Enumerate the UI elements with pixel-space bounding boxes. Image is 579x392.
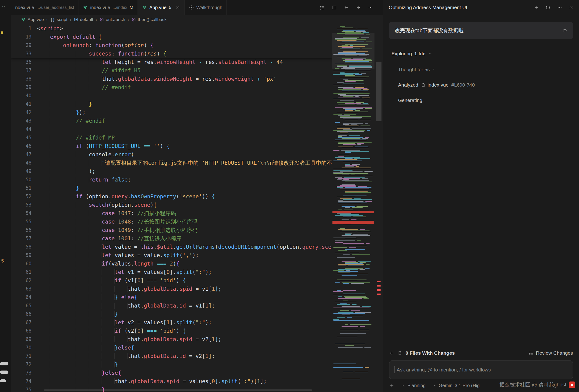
walkthrough-icon (189, 5, 194, 10)
line-content: } (32, 100, 92, 108)
code-line[interactable]: 38 that.globalData.windowHeight = res.wi… (11, 75, 332, 83)
add-context-button[interactable] (389, 383, 394, 388)
code-line[interactable]: 58 let value = this.$util.getUrlParams(d… (11, 243, 332, 251)
line-number: 58 (11, 243, 32, 251)
code-line[interactable]: 44 (11, 125, 332, 133)
horizontal-scrollbar[interactable] (44, 390, 312, 391)
code-line[interactable]: 39 // #endif (11, 83, 332, 91)
minimap[interactable] (332, 24, 374, 392)
thought-toggle[interactable]: Thought for 5s (398, 67, 579, 72)
breadcrumb-item[interactable]: default (73, 17, 93, 22)
line-content: // #endif (32, 117, 105, 125)
code-line[interactable]: 36 let height = res.windowHeight - res.s… (11, 58, 332, 66)
code-line[interactable]: 40 (11, 91, 332, 100)
code-line[interactable]: 74 that.globalData.spid = values[0].spli… (11, 377, 332, 386)
code-line[interactable]: 65 that.globalData.id = v1[1]; (11, 301, 332, 310)
code-line[interactable]: 42 }); (11, 108, 332, 117)
arrow-left-icon[interactable] (344, 5, 349, 10)
code-line[interactable]: 33 success: function(res) { (11, 50, 332, 58)
breadcrumb-item[interactable]: onLaunch (99, 17, 125, 22)
code-line[interactable]: 64 } else{ (11, 293, 332, 301)
code-line[interactable]: 55 case 1048: //长按图片识别小程序码 (11, 217, 332, 226)
code-line[interactable]: 69 that.globalData.spid = v2[1]; (11, 335, 332, 343)
tab-bar: ndex.vue.../user_address_listindex.vue..… (11, 0, 383, 15)
review-changes-button[interactable]: Review Changes (528, 350, 573, 356)
line-number: 38 (11, 75, 32, 83)
breadcrumb-item[interactable]: then() callback (132, 17, 167, 22)
overview-ruler-error-mark (377, 281, 380, 282)
code-line[interactable]: 67 let v2 = values[1].split(":"); (11, 318, 332, 327)
files-with-changes[interactable]: 0 Files With Changes (389, 350, 455, 356)
code-line[interactable]: 68 if (v2[0] === 'pid') { (11, 327, 332, 335)
mode-selector[interactable]: Planning (401, 383, 426, 388)
code-line[interactable]: 37 // #ifdef H5 (11, 66, 332, 75)
tab-app-vue[interactable]: App.vue5 (138, 0, 185, 15)
code-line[interactable]: 73 }else{ (11, 369, 332, 377)
sticky-lines[interactable]: 1<script>19 export default {29 onLaunch:… (11, 24, 332, 58)
more-icon[interactable] (368, 5, 373, 10)
code-line[interactable]: 19 export default { (11, 33, 332, 41)
model-selector[interactable]: Gemini 3.1 Pro (Hig (433, 383, 480, 388)
line-number: 37 (11, 66, 32, 75)
close-icon[interactable] (569, 5, 574, 10)
tab-list: ndex.vue.../user_address_listindex.vue..… (11, 0, 227, 15)
chevron-up-icon (433, 384, 437, 388)
analyzed-file-link[interactable]: index.vue (421, 82, 448, 88)
tab-index-vue[interactable]: index.vue.../indexM (78, 0, 138, 15)
user-message-text: 改完现在tab下面都没有数据啦 (395, 27, 464, 34)
code-line[interactable]: 57 case 1001: //直接进入小程序 (11, 234, 332, 243)
code-lines[interactable]: 36 let height = res.windowHeight - res.s… (11, 58, 332, 392)
code-line[interactable]: 66 } (11, 310, 332, 318)
vue-icon (142, 5, 147, 10)
tab-actions (319, 0, 383, 15)
checklist-icon[interactable] (319, 5, 325, 10)
plus-icon[interactable] (534, 5, 539, 10)
close-icon[interactable] (176, 5, 180, 10)
code-line[interactable]: 49 ); (11, 167, 332, 176)
code-line[interactable]: 46 if (HTTP_REQUEST_URL == '') { (11, 142, 332, 150)
user-message[interactable]: 改完现在tab下面都没有数据啦 (389, 22, 573, 39)
tab-walkthrough[interactable]: Walkthrough (185, 0, 227, 15)
code-line[interactable]: 47 console.error( (11, 150, 332, 159)
arrow-right-icon[interactable] (356, 5, 361, 10)
code-line[interactable]: 53 switch(option.scene){ (11, 201, 332, 209)
code-line[interactable]: 41 } (11, 100, 332, 108)
code-line[interactable]: 29 onLaunch: function(option) { (11, 41, 332, 50)
scrollbar-thumb[interactable] (376, 62, 381, 121)
code-line[interactable]: 50 return false; (11, 176, 332, 184)
code-line[interactable]: 61 let v1 = values[0].split(":"); (11, 268, 332, 276)
code-line[interactable]: 45 // #ifdef MP (11, 133, 332, 142)
tab-ndex-vue[interactable]: ndex.vue.../user_address_list (11, 0, 78, 15)
line-content: } (32, 184, 79, 192)
code-line[interactable]: 43 // #endif (11, 117, 332, 125)
split-editor-icon[interactable] (332, 5, 337, 10)
exploring-toggle[interactable]: Exploring 1 file (392, 51, 579, 57)
code-area[interactable]: 1<script>19 export default {29 onLaunch:… (11, 24, 332, 392)
line-content: return false; (32, 176, 131, 184)
code-line[interactable]: 56 case 1049: //手机相册选取小程序码 (11, 226, 332, 234)
tab-title: ndex.vue (15, 5, 34, 10)
code-line[interactable]: 1<script> (11, 24, 332, 33)
vertical-scrollbar[interactable] (374, 24, 383, 392)
arrow-left-icon[interactable] (389, 350, 394, 356)
code-line[interactable]: 72 } (11, 360, 332, 369)
restore-checkpoint-icon[interactable] (563, 28, 567, 33)
code-line[interactable]: 59 let values = value.split(','); (11, 251, 332, 260)
code-line[interactable]: 51 } (11, 184, 332, 192)
history-icon[interactable] (545, 5, 551, 10)
code-line[interactable]: 71 that.globalData.id = v2[1]; (11, 352, 332, 360)
editor[interactable]: 1<script>19 export default {29 onLaunch:… (11, 24, 383, 392)
line-number: 33 (11, 50, 32, 58)
more-icon[interactable] (557, 5, 562, 10)
code-line[interactable]: 48 "请配置根目录下的config.js文件中的 'HTTP_REQUEST_… (11, 159, 332, 167)
breadcrumb-item[interactable]: App.vue (21, 17, 44, 22)
code-line[interactable]: 62 if (v1[0] === 'pid') { (11, 276, 332, 285)
chat-input[interactable]: Ask anything, @ to mention, / for workfl… (389, 361, 573, 379)
line-number: 46 (11, 142, 32, 150)
code-line[interactable]: 70 }else{ (11, 343, 332, 352)
code-line[interactable]: 54 case 1047: //扫描小程序码 (11, 209, 332, 217)
code-line[interactable]: 63 that.globalData.spid = v1[1]; (11, 285, 332, 293)
code-line[interactable]: 60 if(values.length === 2){ (11, 260, 332, 268)
breadcrumb-item[interactable]: {}script (50, 17, 67, 22)
code-line[interactable]: 52 if (option.query.hasOwnProperty('scen… (11, 192, 332, 201)
